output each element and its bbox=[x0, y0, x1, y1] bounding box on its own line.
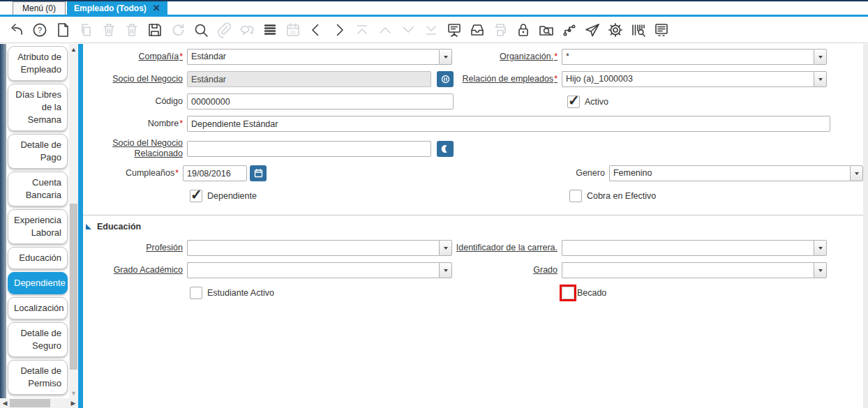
relacion-empleados-combobox[interactable]: Hijo (a)_1000003 bbox=[562, 71, 827, 87]
grado-combobox[interactable] bbox=[562, 262, 827, 278]
new-record-icon[interactable] bbox=[54, 21, 71, 39]
copy-record-icon bbox=[77, 21, 94, 39]
tab-menu[interactable]: Menú (0) bbox=[13, 1, 66, 15]
chevron-down-icon[interactable] bbox=[814, 240, 827, 256]
collapse-triangle-icon[interactable] bbox=[86, 224, 91, 229]
calendar-picker-icon[interactable] bbox=[250, 165, 267, 181]
send-mail-icon[interactable] bbox=[584, 21, 601, 39]
archive-icon[interactable] bbox=[469, 21, 486, 39]
last-record-icon bbox=[423, 21, 440, 39]
grado-academico-label[interactable]: Grado Académico bbox=[114, 265, 183, 275]
genero-combobox[interactable]: Femenino bbox=[609, 165, 863, 181]
horizontal-scrollbar-thumb[interactable] bbox=[10, 399, 50, 407]
next-record-icon[interactable] bbox=[331, 21, 347, 39]
record-form: Compañía Estándar Organización. * Socio … bbox=[83, 44, 863, 408]
form-row: Socio del Negocio Relacionado bbox=[83, 138, 863, 159]
sidebar-tab-dias-libres-de-la-semana[interactable]: Días Libres de la Semana bbox=[8, 84, 68, 131]
tab-empleado-todos[interactable]: Empleado (Todos) ✕ bbox=[67, 1, 167, 15]
identificador-carrera-combobox[interactable] bbox=[562, 240, 827, 256]
business-partner-quick-entry-button[interactable] bbox=[437, 71, 454, 87]
becado-label: Becado bbox=[577, 288, 606, 298]
chevron-down-icon[interactable] bbox=[814, 262, 827, 278]
form-row: Compañía Estándar Organización. * bbox=[83, 49, 863, 65]
sidebar-scrollbar[interactable]: ▲ ▼ bbox=[69, 44, 78, 398]
delete-selection-icon bbox=[124, 21, 140, 39]
cumpleanos-field[interactable] bbox=[183, 165, 247, 181]
section-divider bbox=[83, 215, 863, 216]
chevron-down-icon[interactable] bbox=[814, 49, 827, 65]
sidebar-horizontal-scrollbar[interactable]: ◀ ▶ bbox=[0, 398, 78, 408]
sidebar-tab-educacion[interactable]: Educación bbox=[8, 247, 68, 269]
socio-negocio-label[interactable]: Socio del Negocio bbox=[112, 74, 183, 84]
main-scrollbar[interactable] bbox=[863, 44, 868, 408]
window-left-border bbox=[0, 44, 6, 398]
save-icon[interactable] bbox=[147, 21, 163, 39]
estudiante-activo-checkbox[interactable] bbox=[190, 287, 202, 299]
report-icon[interactable] bbox=[446, 21, 463, 39]
scroll-left-icon[interactable]: ◀ bbox=[1, 398, 9, 408]
socio-negocio-field bbox=[187, 71, 431, 87]
scroll-down-icon[interactable]: ▼ bbox=[69, 389, 78, 398]
grid-toggle-icon[interactable] bbox=[262, 21, 278, 39]
svg-text:?: ? bbox=[38, 26, 42, 34]
previous-record-icon[interactable] bbox=[308, 21, 324, 39]
sidebar-tab-detalle-de-permiso[interactable]: Detalle de Permiso bbox=[8, 360, 68, 395]
organizacion-combobox[interactable]: * bbox=[562, 49, 827, 65]
sidebar-tab-experiencia-laboral[interactable]: Experiencia Laboral bbox=[8, 209, 68, 244]
attachment-icon bbox=[216, 21, 232, 39]
compania-label[interactable]: Compañía bbox=[138, 52, 183, 61]
relacion-empleados-label[interactable]: Relación de empleados bbox=[462, 74, 558, 84]
sidebar-tab-localizacion[interactable]: Localización bbox=[8, 297, 68, 319]
grado-academico-combobox[interactable] bbox=[187, 262, 452, 278]
genero-label: Genero bbox=[576, 168, 605, 178]
scroll-up-icon[interactable]: ▲ bbox=[69, 45, 78, 54]
lock-icon[interactable] bbox=[515, 21, 532, 39]
sidebar-tab-detalle-de-seguro[interactable]: Detalle de Seguro bbox=[8, 322, 68, 357]
close-icon[interactable]: ✕ bbox=[153, 3, 160, 13]
profesion-label[interactable]: Profesión bbox=[146, 243, 183, 252]
business-partner-search-button[interactable] bbox=[437, 141, 454, 157]
preferences-icon[interactable] bbox=[607, 21, 624, 39]
undo-icon[interactable] bbox=[8, 21, 25, 39]
print-icon bbox=[492, 21, 509, 39]
organizacion-label[interactable]: Organización. bbox=[500, 52, 558, 61]
tab-empleado-todos-label: Empleado (Todos) bbox=[74, 3, 147, 13]
profesion-combobox[interactable] bbox=[187, 240, 452, 256]
panel-splitter[interactable] bbox=[78, 44, 83, 408]
delete-record-icon bbox=[100, 21, 117, 39]
chevron-down-icon[interactable] bbox=[439, 262, 452, 278]
window-tab-bar: Menú (0) Empleado (Todos) ✕ bbox=[0, 0, 868, 17]
education-section-header[interactable]: Educación bbox=[86, 222, 863, 232]
sidebar-scrollbar-thumb[interactable] bbox=[70, 204, 77, 370]
chevron-down-icon[interactable] bbox=[439, 240, 452, 256]
find-record-icon[interactable] bbox=[193, 21, 209, 39]
zoom-across-icon[interactable] bbox=[538, 21, 555, 39]
grado-label[interactable]: Grado bbox=[533, 265, 558, 275]
cobra-en-efectivo-checkbox[interactable] bbox=[569, 190, 582, 202]
detail-record-icon bbox=[400, 21, 417, 39]
chevron-down-icon[interactable] bbox=[439, 49, 452, 65]
tab-menu-label: Menú (0) bbox=[22, 3, 56, 13]
sidebar-tab-detalle-de-pago[interactable]: Detalle de Pago bbox=[8, 134, 68, 169]
chevron-down-icon[interactable] bbox=[850, 165, 863, 181]
scroll-right-icon[interactable]: ▶ bbox=[69, 398, 77, 408]
nombre-field[interactable] bbox=[187, 116, 830, 132]
sidebar-tab-dependiente[interactable]: Dependiente bbox=[8, 272, 68, 294]
codigo-field[interactable] bbox=[187, 93, 454, 109]
help-icon[interactable]: ? bbox=[31, 21, 48, 39]
workflow-icon[interactable] bbox=[561, 21, 578, 39]
product-info-icon[interactable] bbox=[630, 21, 647, 39]
calendar-icon: 31 bbox=[285, 21, 301, 39]
sidebar-tab-atributo-de-empleado[interactable]: Atributo de Empleado bbox=[8, 46, 68, 81]
becado-checkbox[interactable] bbox=[562, 287, 574, 299]
socio-negocio-relacionado-label[interactable]: Socio del Negocio Relacionado bbox=[112, 138, 183, 158]
sidebar-tab-cuenta-bancaria[interactable]: Cuenta Bancaria bbox=[8, 172, 68, 206]
socio-negocio-relacionado-field[interactable] bbox=[187, 141, 431, 157]
toolbar: ?31 bbox=[0, 17, 868, 43]
quick-form-icon[interactable] bbox=[653, 21, 670, 39]
dependiente-checkbox[interactable] bbox=[190, 190, 202, 202]
activo-checkbox[interactable] bbox=[567, 96, 580, 108]
compania-combobox[interactable]: Estándar bbox=[187, 49, 452, 65]
chevron-down-icon[interactable] bbox=[814, 71, 827, 87]
identificador-carrera-label[interactable]: Identificador de la carrera. bbox=[456, 243, 558, 252]
